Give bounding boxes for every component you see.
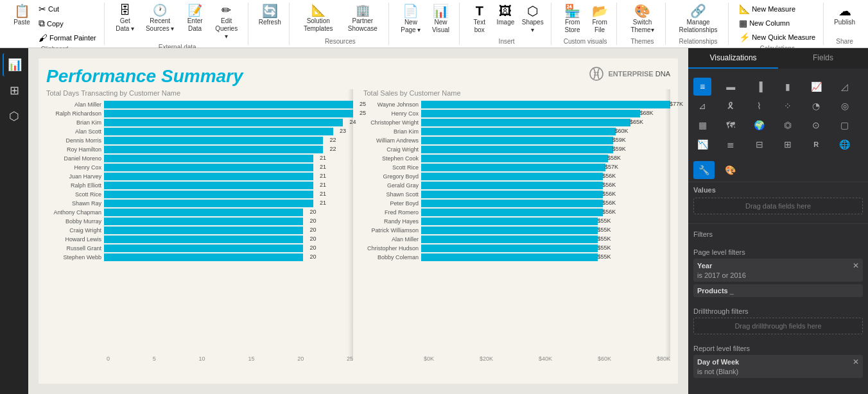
new-visual-icon: 📊 <box>433 4 449 17</box>
build-icon-button[interactable]: 🔧 <box>693 161 715 179</box>
viz-ribbon[interactable]: 🎗 <box>722 97 740 115</box>
chart2-bars: Wayne Johnson $77K Henry Cox $68K Christ… <box>363 101 670 353</box>
bar-fill: 20 <box>104 218 303 225</box>
ribbon-group-clipboard: 📋 Paste ✂ Cut ⧉ Copy 🖌 Format Painter Cl… <box>5 3 105 45</box>
viz-line[interactable]: 📈 <box>807 78 825 96</box>
viz-combo[interactable]: ⊿ <box>693 97 711 115</box>
viz-treemap[interactable]: ▦ <box>693 116 711 134</box>
from-file-button[interactable]: 📂 From File <box>588 3 611 36</box>
viz-globe[interactable]: 🌐 <box>836 135 854 153</box>
bar-track: 21 <box>104 191 353 198</box>
viz-kpi[interactable]: 📉 <box>693 135 711 153</box>
manage-relationships-icon: 🔗 <box>690 4 706 17</box>
bar-track: 20 <box>104 218 353 225</box>
paste-button[interactable]: 📋 Paste <box>10 3 33 28</box>
year-filter-label: Year <box>697 262 712 270</box>
viz-r[interactable]: R <box>807 135 825 153</box>
new-measure-button[interactable]: 📐 New Measure <box>736 3 818 15</box>
custom-visuals-label: Custom visuals <box>564 38 607 45</box>
list-item: Patrick Williamson $55K <box>363 227 670 234</box>
viz-card[interactable]: ▢ <box>836 116 854 134</box>
logo-area: ENTERPRISE ENTERPRISE DNADNA <box>589 66 670 81</box>
viz-stacked-col[interactable]: ▐ <box>751 78 768 96</box>
cut-button[interactable]: ✂ Cut <box>36 3 99 15</box>
copy-button[interactable]: ⧉ Copy <box>36 17 99 30</box>
viz-clustered-col[interactable]: ▮ <box>779 78 797 96</box>
viz-funnel[interactable]: ⏣ <box>779 116 797 134</box>
sidebar-item-data[interactable]: ⊞ <box>3 79 26 102</box>
edit-queries-button[interactable]: ✏ Edit Queries ▾ <box>211 3 243 42</box>
viz-matrix[interactable]: ⊞ <box>779 135 797 153</box>
year-filter-header: Year ✕ <box>697 261 859 270</box>
bar-label: Craig Wright <box>46 227 104 234</box>
tab-fields[interactable]: Fields <box>778 48 868 69</box>
sidebar-item-model[interactable]: ⬡ <box>3 105 26 128</box>
shapes-label: Shapes ▾ <box>522 19 544 34</box>
bar-track: $59K <box>421 137 670 144</box>
bar-value: $55K <box>597 218 611 224</box>
bar-label: Scott Rice <box>363 164 421 171</box>
shapes-button[interactable]: ⬡ Shapes ▾ <box>519 3 546 36</box>
new-page-button[interactable]: 📄 New Page ▾ <box>397 3 425 36</box>
viz-pie[interactable]: ◔ <box>807 97 825 115</box>
viz-map[interactable]: 🗺 <box>722 116 740 134</box>
refresh-button[interactable]: 🔄 Refresh <box>256 3 284 28</box>
bar-value: 23 <box>340 128 346 134</box>
bar-value: $55K <box>597 236 611 242</box>
enter-data-button[interactable]: 📝 Enter Data <box>182 3 208 35</box>
viz-stacked-bar[interactable]: ≡ <box>693 78 711 96</box>
partner-showcase-button[interactable]: 🏢 Partner Showcase <box>342 3 383 35</box>
bar-value: $56K <box>602 209 616 215</box>
image-button[interactable]: 🖼 Image <box>494 3 517 28</box>
viz-clustered-bar[interactable]: ▬ <box>722 78 740 96</box>
list-item: Gerald Gray $56K <box>363 182 670 189</box>
viz-filled-map[interactable]: 🌍 <box>751 116 768 134</box>
viz-scatter[interactable]: ⁘ <box>779 97 797 115</box>
format-painter-button[interactable]: 🖌 Format Painter <box>36 31 99 44</box>
viz-area[interactable]: ◿ <box>836 78 854 96</box>
values-drop-zone[interactable]: Drag data fields here <box>693 198 863 214</box>
from-store-button[interactable]: 🏪 From Store <box>559 3 586 36</box>
dna-logo-icon <box>589 66 604 81</box>
new-measure-icon: 📐 <box>739 4 750 14</box>
text-box-label: Text box <box>470 19 489 34</box>
text-box-button[interactable]: T Text box <box>467 3 491 36</box>
switch-theme-button[interactable]: 🎨 Switch Theme▾ <box>625 3 660 36</box>
viz-waterfall[interactable]: ⌇ <box>751 97 768 115</box>
build-format-row: 🔧 🎨 <box>688 158 868 182</box>
bar-value: 20 <box>309 244 316 251</box>
bar-fill: $55K <box>421 244 598 252</box>
year-filter-close[interactable]: ✕ <box>853 261 859 270</box>
model-icon: ⬡ <box>9 109 19 123</box>
viz-table[interactable]: ⊟ <box>751 135 768 153</box>
relationships-label: Relationships <box>679 38 718 45</box>
viz-gauge[interactable]: ⊙ <box>807 116 825 134</box>
tab-visualizations[interactable]: Visualizations <box>688 48 778 69</box>
get-data-button[interactable]: 🗄 Get Data ▾ <box>112 3 138 35</box>
bar-label: Fred Romero <box>363 209 421 216</box>
new-page-icon: 📄 <box>403 4 419 17</box>
publish-button[interactable]: ☁ Publish <box>831 3 858 28</box>
svg-point-0 <box>590 67 603 80</box>
bar-track: $57K <box>421 164 670 171</box>
bar-track: 20 <box>104 227 353 234</box>
bar-label: Russell Grant <box>46 245 104 252</box>
new-visual-button[interactable]: 📊 New Visual <box>428 3 454 36</box>
drillthrough-drop-zone[interactable]: Drag drillthrough fields here <box>693 318 863 334</box>
ribbon-group-relationships: 🔗 Manage Relationships Relationships <box>668 3 729 45</box>
new-column-button[interactable]: ▦ New Column <box>736 17 818 30</box>
bar-track: $55K <box>421 253 670 261</box>
bar-label: Patrick Williamson <box>363 227 421 234</box>
recent-sources-button[interactable]: 🕐 Recent Sources ▾ <box>141 3 180 35</box>
bar-value: $56K <box>602 173 616 179</box>
dow-filter-close[interactable]: ✕ <box>853 357 859 366</box>
viz-donut[interactable]: ◎ <box>836 97 854 115</box>
solution-templates-button[interactable]: 📐 Solution Templates <box>297 3 340 35</box>
sidebar-item-report[interactable]: 📊 <box>3 53 26 76</box>
new-quick-measure-button[interactable]: ⚡ New Quick Measure <box>736 31 818 44</box>
manage-relationships-button[interactable]: 🔗 Manage Relationships <box>673 3 723 36</box>
bar-label: Scott Rice <box>46 191 104 198</box>
charts-row: Total Days Transacting by Customer Name … <box>46 89 670 361</box>
format-icon-button[interactable]: 🎨 <box>720 161 741 179</box>
viz-slicer[interactable]: ≣ <box>722 135 740 153</box>
